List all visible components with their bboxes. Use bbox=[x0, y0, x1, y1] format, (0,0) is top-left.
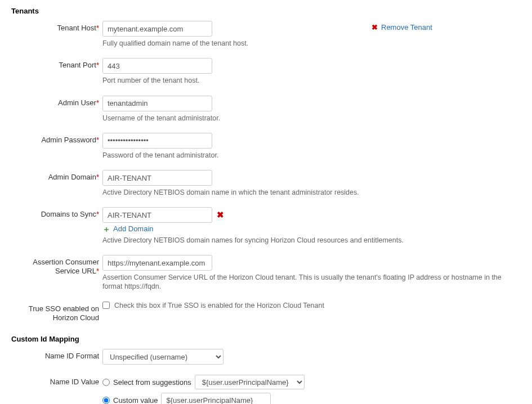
remove-tenant-link[interactable]: ✖ Remove Tenant bbox=[372, 23, 432, 32]
custom-id-mapping-section: Custom Id Mapping Name ID Format Unspeci… bbox=[11, 335, 521, 404]
domains-to-sync-row: Domains to Sync* ✖ ＋ Add Domain Active D… bbox=[11, 207, 521, 245]
admin-password-row: Admin Password* Password of the tenant a… bbox=[11, 133, 521, 160]
admin-user-input[interactable] bbox=[102, 96, 212, 111]
admin-domain-helper: Active Directory NETBIOS domain name in … bbox=[102, 188, 521, 197]
tenant-host-helper: Fully qualified domain name of the tenan… bbox=[102, 39, 521, 48]
name-id-value-label: Name ID Value bbox=[11, 375, 102, 387]
name-id-format-label: Name ID Format bbox=[11, 349, 102, 361]
required-mark: * bbox=[96, 210, 99, 218]
custom-value-radio[interactable] bbox=[102, 397, 110, 404]
admin-user-label-text: Admin User bbox=[58, 98, 96, 107]
name-id-format-row: Name ID Format Unspecified (username) bbox=[11, 349, 521, 365]
acs-url-helper: Assertion Consumer Service URL of the Ho… bbox=[102, 273, 521, 291]
tenant-host-row: Tenant Host* Fully qualified domain name… bbox=[11, 21, 521, 48]
admin-user-label: Admin User* bbox=[11, 96, 102, 107]
required-mark: * bbox=[96, 24, 99, 32]
tenants-heading: Tenants bbox=[11, 7, 521, 15]
name-id-format-select[interactable]: Unspecified (username) bbox=[102, 349, 223, 365]
true-sso-helper: Check this box if True SSO is enabled fo… bbox=[114, 302, 324, 309]
add-domain-link[interactable]: ＋ Add Domain bbox=[102, 225, 154, 233]
true-sso-row: True SSO enabled on Horizon Cloud Check … bbox=[11, 302, 521, 323]
tenant-host-label-text: Tenant Host bbox=[57, 24, 96, 32]
custom-id-mapping-heading: Custom Id Mapping bbox=[11, 335, 521, 343]
admin-user-row: Admin User* Username of the tenant admin… bbox=[11, 96, 521, 123]
tenants-section: Tenants Tenant Host* Fully qualified dom… bbox=[11, 7, 521, 322]
plus-icon: ＋ bbox=[102, 225, 110, 233]
tenant-port-input[interactable] bbox=[102, 58, 212, 74]
acs-url-label: Assertion Consumer Service URL* bbox=[11, 255, 102, 276]
acs-url-row: Assertion Consumer Service URL* Assertio… bbox=[11, 255, 521, 291]
admin-domain-row: Admin Domain* Active Directory NETBIOS d… bbox=[11, 170, 521, 197]
required-mark: * bbox=[96, 267, 99, 275]
required-mark: * bbox=[96, 61, 99, 69]
domains-to-sync-helper: Active Directory NETBIOS domain names fo… bbox=[102, 236, 521, 245]
domains-to-sync-input[interactable] bbox=[102, 207, 212, 223]
custom-value-radio-label: Custom value bbox=[113, 396, 158, 405]
true-sso-checkbox[interactable] bbox=[102, 302, 110, 309]
custom-value-input[interactable] bbox=[161, 393, 271, 404]
suggestions-radio-label: Select from suggestions bbox=[113, 378, 191, 387]
remove-domain-icon[interactable]: ✖ bbox=[217, 210, 224, 220]
admin-password-input[interactable] bbox=[102, 133, 212, 149]
tenant-host-label: Tenant Host* bbox=[11, 21, 102, 33]
tenant-host-input[interactable] bbox=[102, 21, 212, 37]
domains-to-sync-label: Domains to Sync* bbox=[11, 207, 102, 219]
domains-to-sync-label-text: Domains to Sync bbox=[41, 210, 96, 218]
remove-tenant-text: Remove Tenant bbox=[381, 23, 432, 32]
admin-user-helper: Username of the tenant administrator. bbox=[102, 114, 521, 123]
true-sso-label: True SSO enabled on Horizon Cloud bbox=[11, 302, 102, 323]
admin-domain-label-text: Admin Domain bbox=[48, 173, 96, 181]
name-id-value-row: Name ID Value Select from suggestions ${… bbox=[11, 375, 521, 404]
admin-domain-input[interactable] bbox=[102, 170, 212, 186]
acs-url-input[interactable] bbox=[102, 255, 212, 271]
admin-password-helper: Password of the tenant administrator. bbox=[102, 151, 521, 160]
admin-domain-label: Admin Domain* bbox=[11, 170, 102, 182]
close-icon: ✖ bbox=[372, 23, 378, 32]
required-mark: * bbox=[96, 136, 99, 144]
tenant-port-helper: Port number of the tenant host. bbox=[102, 76, 521, 85]
add-domain-text: Add Domain bbox=[113, 225, 154, 233]
required-mark: * bbox=[96, 98, 99, 107]
admin-password-label: Admin Password* bbox=[11, 133, 102, 145]
tenant-port-label: Tenant Port* bbox=[11, 58, 102, 70]
acs-url-label-text: Assertion Consumer Service URL bbox=[33, 258, 99, 275]
suggestions-select[interactable]: ${user.userPrincipalName} bbox=[195, 375, 305, 389]
tenant-port-row: Tenant Port* Port number of the tenant h… bbox=[11, 58, 521, 85]
tenant-port-label-text: Tenant Port bbox=[59, 61, 96, 69]
required-mark: * bbox=[96, 173, 99, 181]
suggestions-radio[interactable] bbox=[102, 379, 110, 386]
admin-password-label-text: Admin Password bbox=[41, 136, 96, 144]
